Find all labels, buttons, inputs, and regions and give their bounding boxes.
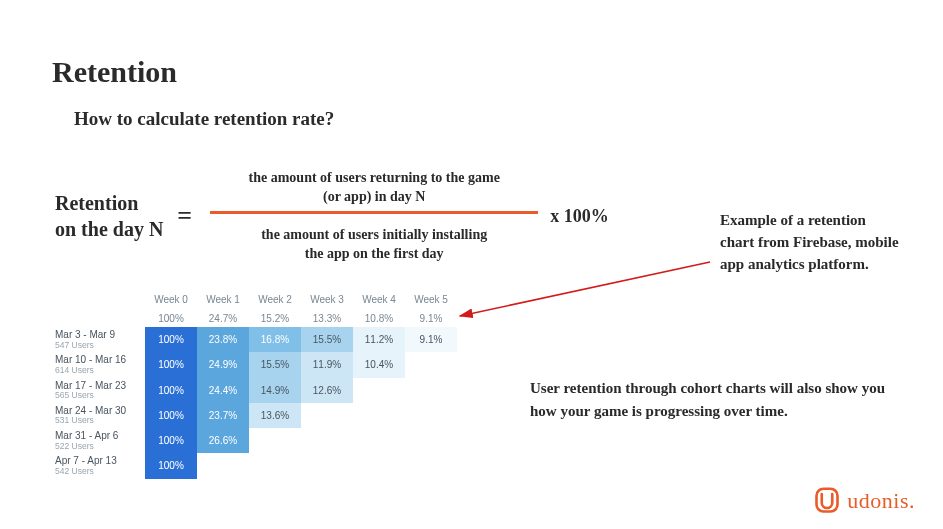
retention-formula: Retention on the day N = the amount of u… [55, 165, 615, 268]
cell: 10.4% [353, 352, 405, 377]
row-users: 542 Users [55, 467, 139, 477]
cell: 100% [145, 428, 197, 453]
cell: 100% [145, 327, 197, 352]
formula-lhs-line2: on the day N [55, 216, 163, 242]
cell [249, 453, 301, 478]
cohort-header-row: Week 0 Week 1 Week 2 Week 3 Week 4 Week … [55, 290, 457, 309]
cell: 9.1% [405, 327, 457, 352]
cell [301, 403, 353, 428]
table-row: Mar 24 - Mar 30531 Users 100% 23.7% 13.6… [55, 403, 457, 428]
formula-numerator: the amount of users returning to the gam… [245, 165, 504, 211]
col-week0: Week 0 [145, 290, 197, 309]
cell [353, 403, 405, 428]
table-row: Mar 17 - Mar 23565 Users 100% 24.4% 14.9… [55, 378, 457, 403]
row-users: 531 Users [55, 416, 139, 426]
udonis-logo: udonis. [813, 487, 915, 515]
row-users: 547 Users [55, 341, 139, 351]
cell [405, 428, 457, 453]
cell: 15.5% [249, 352, 301, 377]
row-range: Mar 31 - Apr 6 [55, 430, 139, 442]
numerator-line1: the amount of users returning to the gam… [249, 170, 500, 185]
cell: 24.9% [197, 352, 249, 377]
cell [301, 453, 353, 478]
cell [405, 378, 457, 403]
row-users: 565 Users [55, 391, 139, 401]
col-week3: Week 3 [301, 290, 353, 309]
cell [353, 428, 405, 453]
col-week2: Week 2 [249, 290, 301, 309]
cell: 26.6% [197, 428, 249, 453]
cell [405, 403, 457, 428]
logo-text: udonis. [847, 488, 915, 514]
row-range: Mar 3 - Mar 9 [55, 329, 139, 341]
slide: Retention How to calculate retention rat… [0, 0, 943, 529]
cell: 11.2% [353, 327, 405, 352]
denominator-line2: the app on the first day [305, 246, 444, 261]
formula-denominator: the amount of users initially installing… [257, 222, 491, 268]
numerator-line2: (or app) in day N [323, 189, 425, 204]
equals-sign: = [177, 201, 192, 231]
table-row: Mar 31 - Apr 6522 Users 100% 26.6% [55, 428, 457, 453]
overall-w5: 9.1% [405, 309, 457, 327]
cell [405, 352, 457, 377]
cell: 23.8% [197, 327, 249, 352]
cell: 11.9% [301, 352, 353, 377]
table-row: Mar 10 - Mar 16614 Users 100% 24.9% 15.5… [55, 352, 457, 377]
cell [353, 453, 405, 478]
page-title: Retention [52, 55, 177, 89]
col-week4: Week 4 [353, 290, 405, 309]
cell [353, 378, 405, 403]
overall-w2: 15.2% [249, 309, 301, 327]
cell: 100% [145, 453, 197, 478]
cell: 13.6% [249, 403, 301, 428]
cell: 23.7% [197, 403, 249, 428]
table-row: Apr 7 - Apr 13542 Users 100% [55, 453, 457, 478]
cell [197, 453, 249, 478]
callout-arrow [455, 260, 715, 320]
svg-line-0 [460, 262, 710, 316]
row-users: 614 Users [55, 366, 139, 376]
cell: 100% [145, 378, 197, 403]
cell [301, 428, 353, 453]
cell: 14.9% [249, 378, 301, 403]
table-row: Mar 3 - Mar 9547 Users 100% 23.8% 16.8% … [55, 327, 457, 352]
col-week5: Week 5 [405, 290, 457, 309]
denominator-line1: the amount of users initially installing [261, 227, 487, 242]
formula-lhs-line1: Retention [55, 190, 163, 216]
cell: 100% [145, 403, 197, 428]
overall-w4: 10.8% [353, 309, 405, 327]
cohort-table: Week 0 Week 1 Week 2 Week 3 Week 4 Week … [55, 290, 457, 479]
cell [405, 453, 457, 478]
udonis-logo-icon [813, 487, 841, 515]
row-users: 522 Users [55, 442, 139, 452]
cell: 24.4% [197, 378, 249, 403]
multiply-100: x 100% [550, 206, 609, 227]
overall-w1: 24.7% [197, 309, 249, 327]
cell: 15.5% [301, 327, 353, 352]
cell: 100% [145, 352, 197, 377]
cell: 12.6% [301, 378, 353, 403]
overall-w0: 100% [145, 309, 197, 327]
fraction-bar [210, 211, 538, 222]
formula-lhs: Retention on the day N [55, 190, 163, 242]
col-week1: Week 1 [197, 290, 249, 309]
caption-cohort: User retention through cohort charts wil… [530, 377, 890, 422]
page-subtitle: How to calculate retention rate? [74, 108, 334, 130]
cell: 16.8% [249, 327, 301, 352]
caption-firebase: Example of a retention chart from Fireba… [720, 210, 900, 275]
cell [249, 428, 301, 453]
overall-w3: 13.3% [301, 309, 353, 327]
formula-fraction: the amount of users returning to the gam… [210, 165, 538, 268]
overall-row: 100% 24.7% 15.2% 13.3% 10.8% 9.1% [55, 309, 457, 327]
